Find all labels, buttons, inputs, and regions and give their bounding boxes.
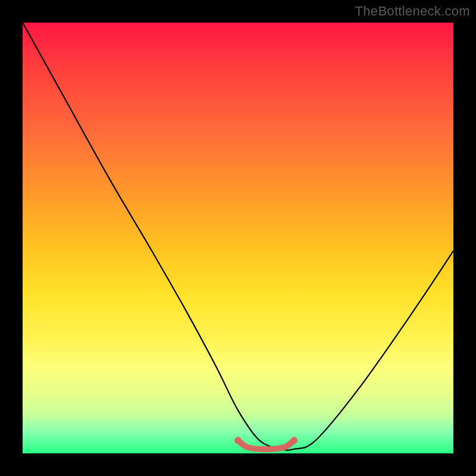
watermark-text: TheBottleneck.com — [355, 4, 470, 19]
flat-segment-start-dot — [234, 437, 242, 444]
flat-segment-end-dot — [290, 437, 298, 444]
chart-root: TheBottleneck.com — [0, 0, 476, 476]
chart-svg — [23, 23, 453, 453]
main-curve — [23, 23, 453, 450]
plot-area — [23, 23, 453, 453]
